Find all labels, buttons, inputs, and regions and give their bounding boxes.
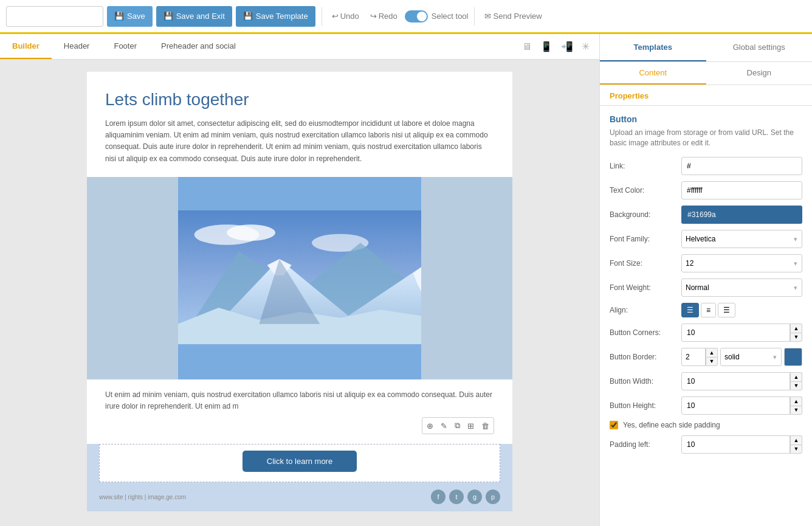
corners-increment-button[interactable]: ▲	[790, 324, 802, 333]
email-cta-button[interactable]: Click to learn more	[243, 451, 357, 472]
mail-icon: ✉	[484, 12, 491, 21]
border-size-increment[interactable]: ▲	[706, 348, 718, 357]
panel-sub-tab-design[interactable]: Design	[706, 62, 813, 85]
button-height-label: Button Height:	[610, 401, 676, 410]
prop-section-desc: Upload an image from storage or from val…	[610, 128, 802, 148]
properties-content: Button Upload an image from storage or f…	[600, 106, 812, 526]
twitter-icon[interactable]: t	[449, 490, 464, 504]
email-title: Lets climb together	[105, 90, 494, 109]
googleplus-icon[interactable]: g	[467, 490, 482, 504]
tablet-view-button[interactable]: 📱	[538, 38, 555, 55]
canvas: Lets climb together Lorem ipsum dolor si…	[0, 60, 599, 526]
pinterest-icon[interactable]: p	[486, 490, 500, 504]
element-toolbar: ⊕ ✎ ⧉ ⊞ 🗑	[422, 417, 494, 434]
button-height-input[interactable]	[681, 396, 790, 415]
border-style-select[interactable]: solid dashed dotted none	[720, 348, 782, 366]
corners-decrement-button[interactable]: ▼	[790, 333, 802, 342]
settings-view-button[interactable]: ✳	[579, 38, 592, 55]
font-family-select[interactable]: Helvetica Arial Georgia	[681, 230, 802, 248]
tab-header[interactable]: Header	[52, 34, 102, 59]
tab-bar: Builder Header Footer Preheader and soci…	[0, 34, 599, 60]
email-footer: www.site | rights | image.ge.com f t g p	[87, 482, 512, 511]
facebook-icon[interactable]: f	[431, 490, 446, 504]
select-tool-toggle-wrap: Select tool	[405, 10, 469, 22]
font-size-label: Font Size:	[610, 259, 676, 268]
tab-footer[interactable]: Footer	[102, 34, 149, 59]
border-size-wrap: ▲ ▼	[681, 348, 718, 366]
copy-button[interactable]: ⧉	[452, 419, 463, 432]
width-increment-button[interactable]: ▲	[790, 372, 802, 381]
properties-tab-label[interactable]: Properties	[600, 85, 812, 106]
link-input[interactable]	[681, 157, 802, 175]
toolbar-separator	[322, 7, 322, 26]
spinner-controls: ▲ ▼	[790, 324, 802, 342]
align-right-button[interactable]: ☰	[718, 303, 735, 317]
social-icons: f t g p	[431, 490, 500, 504]
left-panel: Builder Header Footer Preheader and soci…	[0, 34, 599, 526]
button-corners-input[interactable]	[681, 324, 790, 342]
background-label: Background:	[610, 210, 676, 219]
duplicate-button[interactable]: ⊞	[464, 419, 477, 432]
align-left-button[interactable]: ☰	[681, 303, 699, 317]
prop-button-height-row: Button Height: ▲ ▼	[610, 396, 802, 415]
button-height-spinner: ▲ ▼	[681, 396, 802, 415]
height-increment-button[interactable]: ▲	[790, 396, 802, 406]
padding-checkbox-row: Yes, define each side padding	[610, 421, 802, 429]
email-image-right	[421, 177, 512, 379]
save-template-button[interactable]: 💾 Save Template	[236, 6, 315, 27]
align-center-button[interactable]: ≡	[701, 303, 716, 317]
height-decrement-button[interactable]: ▼	[790, 406, 802, 415]
save-exit-icon: 💾	[163, 12, 173, 21]
button-width-spinner: ▲ ▼	[681, 372, 802, 390]
redo-button[interactable]: ↪ Redo	[366, 9, 401, 23]
prop-font-size-row: Font Size: 12 10 14 16	[610, 254, 802, 272]
tab-preheader[interactable]: Preheader and social	[149, 34, 248, 59]
toolbar-separator2	[474, 7, 475, 26]
padding-checkbox[interactable]	[610, 421, 618, 429]
undo-button[interactable]: ↩ Undo	[328, 9, 363, 23]
font-size-select[interactable]: 12 10 14 16	[681, 254, 802, 272]
desktop-view-button[interactable]: 🖥	[520, 39, 534, 55]
send-preview-button[interactable]: ✉ Send Preview	[481, 9, 545, 23]
project-name-input[interactable]: Mountains	[6, 6, 103, 27]
font-weight-select[interactable]: Normal Bold Light	[681, 279, 802, 297]
padding-decrement-button[interactable]: ▼	[790, 445, 802, 454]
panel-top-tabs: Templates Global settings	[600, 34, 812, 62]
tab-builder[interactable]: Builder	[0, 34, 52, 59]
save-button[interactable]: 💾 Save	[107, 6, 153, 27]
panel-tab-global-settings[interactable]: Global settings	[706, 34, 813, 61]
email-image-center	[178, 177, 421, 379]
edit-button[interactable]: ✎	[438, 419, 450, 432]
padding-left-input[interactable]	[681, 435, 790, 454]
prop-button-corners-row: Button Corners: ▲ ▼	[610, 324, 802, 342]
border-color-swatch[interactable]	[784, 348, 802, 366]
align-buttons: ☰ ≡ ☰	[681, 303, 735, 317]
align-label: Align:	[610, 306, 676, 314]
border-size-decrement[interactable]: ▼	[706, 357, 718, 366]
select-tool-toggle[interactable]	[405, 10, 428, 22]
text-color-input[interactable]	[681, 181, 802, 199]
delete-button[interactable]: 🗑	[478, 419, 492, 432]
padding-increment-button[interactable]: ▲	[790, 435, 802, 445]
save-exit-button[interactable]: 💾 Save and Exit	[156, 6, 232, 27]
width-spinner-controls: ▲ ▼	[790, 372, 802, 390]
button-width-input[interactable]	[681, 372, 790, 390]
font-family-label: Font Family:	[610, 235, 676, 243]
border-size-input[interactable]	[681, 348, 706, 366]
background-input[interactable]	[681, 206, 802, 224]
move-button[interactable]: ⊕	[424, 419, 436, 432]
email-button-section: Click to learn more	[99, 444, 500, 482]
font-weight-label: Font Weight:	[610, 283, 676, 292]
email-wrapper: Lets climb together Lorem ipsum dolor si…	[87, 72, 512, 511]
prop-button-width-row: Button Width: ▲ ▼	[610, 372, 802, 390]
panel-tab-templates[interactable]: Templates	[600, 34, 706, 61]
prop-background-row: Background:	[610, 206, 802, 224]
button-width-label: Button Width:	[610, 377, 676, 386]
width-decrement-button[interactable]: ▼	[790, 381, 802, 390]
mobile-view-button[interactable]: 📲	[559, 38, 576, 55]
panel-sub-tab-content[interactable]: Content	[600, 62, 706, 85]
tab-view-icons: 🖥 📱 📲 ✳	[512, 34, 599, 59]
prop-align-row: Align: ☰ ≡ ☰	[610, 303, 802, 317]
undo-icon: ↩	[332, 12, 339, 21]
button-corners-label: Button Corners:	[610, 328, 676, 337]
